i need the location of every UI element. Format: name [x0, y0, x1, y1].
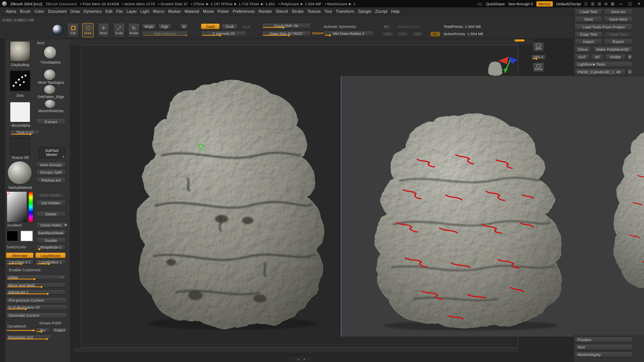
- symmetry-x-button[interactable]: >X<: [382, 32, 393, 37]
- dynamesh-button[interactable]: DynaMesh: [7, 324, 26, 328]
- menu-help[interactable]: Help: [391, 9, 400, 14]
- spix-slider[interactable]: SPix 3: [531, 55, 546, 60]
- tool-r-button[interactable]: R: [627, 69, 632, 75]
- size-section-button[interactable]: Size: [575, 344, 632, 350]
- symmetry-y-button[interactable]: >Y<: [397, 32, 408, 37]
- menus-button[interactable]: Menus: [536, 1, 553, 6]
- zsub-button[interactable]: Zsub: [221, 23, 238, 29]
- slider-knob[interactable]: [46, 293, 49, 295]
- menu-file[interactable]: File: [116, 9, 123, 14]
- focal-shift-slider[interactable]: Focal Shift -56: [262, 23, 311, 28]
- panel-dock-icon[interactable]: ▦: [611, 2, 614, 6]
- groups-polish-button[interactable]: Groups Polish: [39, 321, 61, 325]
- menu-zscript[interactable]: Zscript: [375, 9, 387, 14]
- menu-texture[interactable]: Texture: [307, 9, 321, 14]
- slider-knob[interactable]: [29, 133, 32, 135]
- sculpt-model-rock[interactable]: [127, 73, 337, 331]
- edit-button[interactable]: Edit: [67, 23, 79, 37]
- maximize-button[interactable]: ▢: [627, 2, 633, 6]
- draw-size-slider[interactable]: Draw Size 43.76337: [262, 31, 311, 36]
- active-tool-slot[interactable]: PM3D_Cylinder3D_1. 49: [575, 69, 625, 75]
- enable-customize-button[interactable]: Enable Customize: [9, 267, 41, 272]
- extract-button[interactable]: Extract: [36, 118, 66, 125]
- symmetry-m-button[interactable]: M<: [430, 32, 440, 37]
- backface-mask-button[interactable]: BackfaceMask: [36, 230, 66, 236]
- min-draw-radius-slider[interactable]: Min Draw Radius 2: [324, 31, 374, 36]
- lazy-step-slider[interactable]: LazyStep 0.1: [6, 259, 34, 265]
- mirror-and-weld-button[interactable]: Mirror And Weld: [6, 282, 66, 288]
- blur-slider[interactable]: Blur: [35, 328, 50, 333]
- see-through-button[interactable]: See-through 0: [508, 2, 533, 6]
- load-tool-button[interactable]: Load Tool: [575, 9, 602, 15]
- menu-light[interactable]: Light: [140, 9, 149, 14]
- import-button[interactable]: Import: [575, 38, 602, 44]
- secondary-color-swatch[interactable]: [21, 231, 33, 241]
- brush-thumb-claybuildup[interactable]: [10, 41, 30, 62]
- menu-preferences[interactable]: Preferences: [233, 9, 255, 14]
- lightbox-tools-button[interactable]: Lightbox►Tools: [575, 61, 632, 67]
- paste-tool-button[interactable]: Paste Tool: [604, 31, 632, 37]
- menu-alpha[interactable]: Alpha: [6, 9, 16, 14]
- replay-last-button[interactable]: ReplayLast: [36, 177, 66, 183]
- menu-color[interactable]: Color: [34, 9, 44, 14]
- export-button[interactable]: Export: [604, 38, 632, 44]
- current-material-sphere[interactable]: [52, 24, 63, 35]
- close-button[interactable]: ✕: [636, 2, 642, 6]
- goz-r-button[interactable]: R: [627, 54, 632, 60]
- decimate-current-button[interactable]: Decimate Current: [6, 312, 67, 318]
- make-polymesh3d-button[interactable]: Make PolyMesh3D: [593, 46, 632, 53]
- menu-macro[interactable]: Macro: [153, 9, 164, 14]
- zadd-button[interactable]: Zadd: [201, 23, 220, 29]
- panel-layout-icon[interactable]: ▥: [591, 2, 594, 6]
- menu-layer[interactable]: Layer: [127, 9, 137, 14]
- menu-transform[interactable]: Transform: [336, 9, 354, 14]
- slider-knob[interactable]: [185, 34, 187, 37]
- panel-grid-icon[interactable]: ⊞: [605, 2, 608, 6]
- menu-marker[interactable]: Marker: [168, 9, 181, 14]
- clone-button[interactable]: Clone: [575, 46, 591, 53]
- brush-thumb-orbflatten[interactable]: [44, 84, 56, 94]
- menu-material[interactable]: Material: [185, 9, 199, 14]
- menu-draw[interactable]: Draw: [70, 9, 80, 14]
- slider-knob[interactable]: [32, 329, 34, 332]
- menu-zplugin[interactable]: Zplugin: [358, 9, 372, 14]
- close-holes-button[interactable]: Close Holes: [36, 222, 66, 228]
- slider-knob[interactable]: [329, 34, 331, 37]
- mesh-integrity-button[interactable]: MeshIntegrity: [575, 351, 632, 357]
- m-button[interactable]: M: [180, 23, 188, 29]
- rgb-intensity-slider[interactable]: Rgb Intensity: [142, 31, 188, 36]
- main-color-swatch[interactable]: [7, 231, 18, 241]
- panel-layout-icon[interactable]: ▤: [598, 2, 601, 6]
- activate-symmetry-button[interactable]: Activate Symmetry: [324, 24, 356, 29]
- mrgb-button[interactable]: Mrgb: [142, 23, 156, 29]
- menu-brush[interactable]: Brush: [20, 9, 31, 14]
- goz-button[interactable]: GoZ: [575, 54, 589, 60]
- project-button[interactable]: Project: [52, 328, 67, 333]
- wrap-mode-slider[interactable]: WrapMode 0: [36, 245, 66, 250]
- slider-knob[interactable]: [40, 330, 43, 333]
- decimation-percent-slider[interactable]: % of decimation 20: [6, 304, 67, 310]
- groups-split-button[interactable]: Groups Split: [36, 169, 66, 175]
- rotate-button[interactable]: ↻ Rotate: [128, 23, 140, 37]
- adjust-last-slider[interactable]: AdjustLast 1: [6, 289, 66, 295]
- slider-knob[interactable]: [282, 26, 285, 29]
- switch-color-button[interactable]: SwitchColor: [7, 245, 26, 249]
- color-hue-strip[interactable]: [28, 191, 33, 222]
- menu-dynamics[interactable]: Dynamics: [84, 9, 102, 14]
- scroll-up-icon[interactable]: ▲: [297, 358, 300, 360]
- default-zscript-button[interactable]: DefaultZScript: [556, 2, 581, 6]
- minimize-button[interactable]: —: [618, 2, 624, 6]
- scale-button[interactable]: ⤢ Scale: [113, 23, 125, 37]
- symmetry-z-button[interactable]: >Z<: [412, 32, 423, 37]
- save-next-button[interactable]: Save Next: [604, 16, 632, 22]
- menu-stroke[interactable]: Stroke: [292, 9, 304, 14]
- menu-movie[interactable]: Movie: [203, 9, 214, 14]
- brush-thumb-dots[interactable]: [10, 71, 30, 91]
- color-picker[interactable]: [7, 191, 34, 222]
- delete-button[interactable]: Delete: [36, 211, 66, 217]
- subtool-master-button[interactable]: SubTool Master ◢: [38, 147, 65, 158]
- resolution-slider[interactable]: Resolution 224: [6, 335, 52, 340]
- brush-thumb-moveinf[interactable]: [44, 99, 56, 108]
- inflate-slider[interactable]: Inflate *+z: [6, 275, 66, 280]
- rgb-button[interactable]: Rgb: [158, 23, 171, 29]
